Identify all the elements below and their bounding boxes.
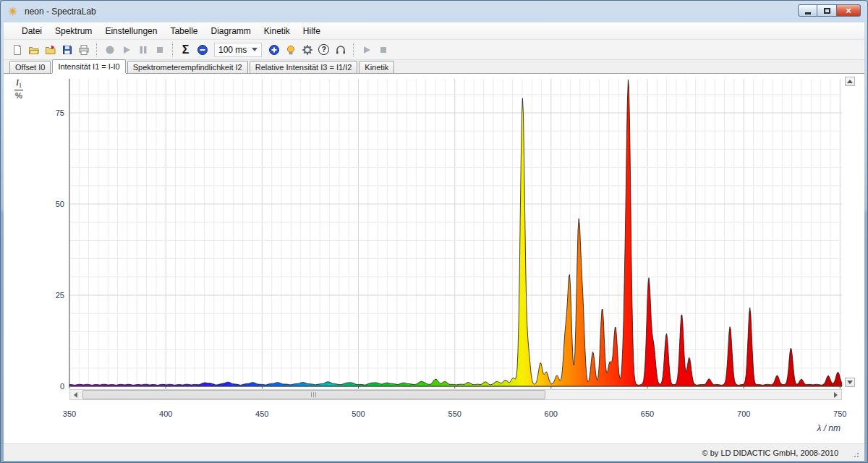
y-axis-spin-up-button[interactable] (845, 77, 855, 86)
sum-button[interactable]: Σ (177, 41, 194, 58)
scroll-left-button[interactable] (70, 390, 81, 399)
copyright-text: © by LD DIDACTIC GmbH, 2008-2010 (702, 449, 838, 457)
svg-text:0: 0 (60, 382, 64, 391)
audio-button[interactable] (332, 41, 349, 58)
toolbar-separator (172, 43, 173, 56)
new-button[interactable] (9, 41, 25, 58)
menu-datei[interactable]: Datei (15, 23, 48, 39)
sigma-icon: Σ (182, 43, 190, 56)
kinetic-play-button[interactable] (358, 41, 375, 58)
minus-circle-icon (197, 44, 208, 56)
pause-icon (137, 44, 149, 56)
x-axis-scrollbar[interactable] (69, 389, 842, 400)
interval-value: 100 ms (218, 45, 247, 55)
record-icon (104, 44, 116, 56)
chart-panel: 3504004505005506006507007500255075 I1 % … (4, 74, 864, 443)
menu-diagramm[interactable]: Diagramm (204, 23, 257, 39)
window-title: neon - SpectraLab (25, 7, 96, 17)
tab-bar: Offset I0 Intensität I1 = I-I0 Spektrome… (4, 60, 864, 74)
svg-text:75: 75 (56, 109, 64, 117)
svg-text:25: 25 (56, 291, 64, 300)
svg-text:650: 650 (641, 409, 654, 418)
settings-button[interactable] (299, 41, 315, 58)
minimize-icon (805, 12, 811, 14)
y-axis-quantity: I1 (14, 77, 23, 90)
svg-text:50: 50 (56, 200, 64, 208)
save-icon (61, 44, 73, 56)
menu-spektrum[interactable]: Spektrum (48, 23, 98, 39)
print-button[interactable] (75, 41, 92, 58)
interval-select[interactable]: 100 ms (214, 43, 262, 57)
scroll-right-button[interactable] (830, 390, 841, 399)
help-icon: ? (318, 44, 329, 55)
title-bar[interactable]: ☀ neon - SpectraLab × (1, 1, 867, 22)
stop-button[interactable] (151, 41, 168, 58)
scrollbar-grip-icon (311, 392, 317, 397)
y-axis-spin-down-button[interactable] (845, 378, 855, 387)
scrollbar-thumb[interactable] (82, 390, 545, 399)
pause-button[interactable] (135, 41, 151, 58)
play-icon (361, 44, 373, 56)
maximize-icon (824, 8, 830, 14)
svg-text:700: 700 (737, 409, 750, 418)
stop-icon (378, 44, 389, 56)
svg-text:350: 350 (63, 409, 76, 418)
open-folder-icon (28, 44, 40, 56)
spectrum-plot: 3504004505005506006507007500255075 (4, 74, 866, 443)
svg-text:400: 400 (159, 409, 172, 418)
toolbar-separator (353, 43, 354, 56)
svg-text:450: 450 (255, 409, 268, 418)
y-axis-unit: % (14, 90, 23, 100)
print-icon (78, 44, 90, 56)
import-folder-icon (45, 44, 56, 56)
open-button[interactable] (25, 41, 42, 58)
arrow-up-icon (847, 80, 853, 83)
menu-kinetik[interactable]: Kinetik (258, 23, 297, 39)
chevron-down-icon (252, 48, 258, 51)
menu-bar: Datei Spektrum Einstellungen Tabelle Dia… (4, 22, 864, 40)
new-document-icon (12, 44, 23, 56)
stop-icon (154, 44, 166, 56)
arrow-left-icon (74, 392, 77, 398)
tab-offset-i0[interactable]: Offset I0 (9, 61, 51, 73)
record-button[interactable] (101, 41, 118, 58)
svg-text:600: 600 (545, 409, 558, 418)
tab-spektrometerempfindlichkeit-i2[interactable]: Spektrometerempfindlichkeit I2 (127, 61, 248, 73)
play-icon (121, 44, 132, 56)
svg-text:550: 550 (448, 409, 461, 418)
gear-icon (302, 44, 313, 56)
close-button[interactable]: × (837, 4, 861, 17)
menu-tabelle[interactable]: Tabelle (163, 23, 204, 39)
menu-einstellungen[interactable]: Einstellungen (98, 23, 163, 39)
toolbar-separator (96, 43, 97, 56)
minimize-button[interactable] (798, 4, 817, 17)
svg-text:750: 750 (833, 409, 846, 418)
zoom-in-button[interactable] (265, 41, 282, 58)
x-axis-label: λ / nm (817, 423, 841, 433)
play-button[interactable] (118, 41, 135, 58)
tab-kinetik[interactable]: Kinetik (359, 61, 394, 73)
svg-text:500: 500 (352, 409, 365, 418)
import-button[interactable] (42, 41, 59, 58)
window-controls: × (798, 4, 861, 17)
app-logo-icon: ☀ (8, 5, 21, 18)
tab-intensitaet-i1[interactable]: Intensität I1 = I-I0 (52, 59, 125, 73)
toolbar: Σ 100 ms ? (4, 40, 864, 60)
app-window: ☀ neon - SpectraLab × Datei Spektrum Ein… (0, 0, 868, 463)
tab-relative-intensitaet-i3[interactable]: Relative Intensität I3 = I1/I2 (250, 61, 358, 73)
lamp-button[interactable] (282, 41, 299, 58)
resize-grip[interactable] (851, 449, 860, 459)
status-bar: © by LD DIDACTIC GmbH, 2008-2010 (4, 443, 864, 461)
menu-hilfe[interactable]: Hilfe (297, 23, 327, 39)
headphones-icon (335, 44, 346, 56)
arrow-right-icon (834, 392, 838, 398)
lamp-icon (285, 44, 297, 56)
save-button[interactable] (59, 41, 75, 58)
kinetic-stop-button[interactable] (375, 41, 391, 58)
arrow-down-icon (847, 381, 853, 384)
plus-circle-icon (268, 44, 280, 56)
help-button[interactable]: ? (315, 41, 332, 58)
y-axis-label: I1 % (14, 77, 23, 100)
maximize-button[interactable] (817, 4, 837, 17)
zoom-out-button[interactable] (194, 41, 210, 58)
